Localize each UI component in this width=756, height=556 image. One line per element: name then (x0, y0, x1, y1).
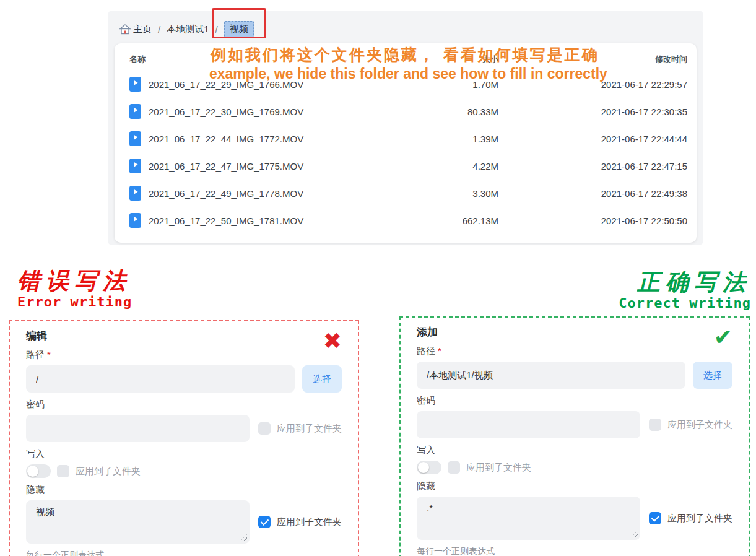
password-apply-checkbox[interactable] (258, 422, 271, 435)
panel-title: 添加 (417, 326, 732, 339)
file-size: 1.39M (387, 134, 498, 144)
video-file-icon (129, 186, 141, 201)
file-mtime: 2021-06-17 22:30:35 (498, 106, 687, 117)
hidden-apply-checkbox[interactable] (649, 512, 661, 524)
hidden-apply-label: 应用到子文件夹 (277, 516, 342, 528)
write-label: 写入 (26, 448, 342, 460)
file-name: 2021_06_17_22_30_IMG_1769.MOV (149, 106, 303, 117)
breadcrumb: 主页 / 本地测试1 / 视频 (119, 21, 254, 38)
video-file-icon (129, 104, 141, 119)
file-size: 662.13M (387, 215, 498, 226)
select-path-button[interactable]: 选择 (302, 365, 342, 393)
file-size: 3.30M (387, 188, 498, 199)
file-mtime: 2021-06-17 22:50:50 (498, 215, 687, 226)
edit-form-panel-error: 编辑 ✖ 路径* 选择 密码 应用到子文件夹 写入 应用到子文件夹 隐藏 视频 (9, 320, 359, 556)
file-mtime: 2021-06-17 22:47:15 (498, 161, 687, 172)
password-input[interactable] (26, 415, 250, 442)
file-size: 80.33M (387, 106, 498, 117)
home-icon (119, 24, 131, 35)
file-size: 4.22M (387, 161, 498, 172)
file-row[interactable]: 2021_06_17_22_49_IMG_1778.MOV 3.30M 2021… (115, 180, 697, 207)
write-apply-label: 应用到子文件夹 (466, 462, 531, 474)
file-mtime: 2021-06-17 22:49:38 (498, 188, 687, 199)
hidden-label: 隐藏 (26, 484, 342, 496)
page: 主页 / 本地测试1 / 视频 名称 大小 修改时间 (0, 0, 756, 556)
password-label: 密码 (26, 398, 342, 410)
file-row[interactable]: 2021_06_17_22_47_IMG_1775.MOV 4.22M 2021… (115, 152, 697, 180)
password-input[interactable] (417, 411, 640, 438)
file-name: 2021_06_17_22_50_IMG_1781.MOV (149, 215, 303, 226)
write-toggle[interactable] (417, 461, 441, 474)
select-path-button[interactable]: 选择 (693, 362, 732, 389)
video-file-icon (129, 77, 141, 92)
error-heading: 错误写法 Error writing (17, 267, 132, 310)
password-apply-label: 应用到子文件夹 (667, 419, 732, 431)
error-heading-zh: 错误写法 (17, 267, 132, 294)
hidden-rules-textarea[interactable]: .* (417, 497, 640, 540)
breadcrumb-item-current[interactable]: 视频 (224, 21, 254, 38)
annotation-text-zh: 例如我们将这个文件夹隐藏， 看看如何填写是正确 (211, 45, 599, 65)
file-table-body: 2021_06_17_22_29_IMG_1766.MOV 1.70M 2021… (115, 71, 697, 234)
correct-heading: 正确写法 Correct writing (619, 269, 751, 311)
path-label: 路径* (417, 345, 732, 357)
correct-heading-en: Correct writing (619, 295, 751, 311)
file-name: 2021_06_17_22_49_IMG_1778.MOV (149, 188, 303, 199)
breadcrumb-item-folder[interactable]: 本地测试1 (167, 24, 209, 35)
hidden-apply-label: 应用到子文件夹 (667, 513, 732, 524)
path-input[interactable] (26, 365, 295, 393)
file-row[interactable]: 2021_06_17_22_44_IMG_1772.MOV 1.39M 2021… (115, 125, 697, 152)
password-label: 密码 (417, 394, 732, 407)
file-row[interactable]: 2021_06_17_22_50_IMG_1781.MOV 662.13M 20… (115, 207, 697, 234)
hidden-rules-textarea[interactable]: 视频 (26, 500, 250, 544)
file-mtime: 2021-06-17 22:44:44 (498, 134, 687, 144)
write-apply-checkbox[interactable] (57, 465, 69, 477)
breadcrumb-home-label: 主页 (133, 24, 152, 35)
add-form-panel-correct: 添加 ✔ 路径* 选择 密码 应用到子文件夹 写入 应用到子文件夹 隐藏 .* (399, 316, 750, 556)
write-label: 写入 (417, 444, 732, 456)
path-label: 路径* (26, 349, 342, 361)
error-heading-en: Error writing (17, 294, 132, 310)
correct-heading-zh: 正确写法 (619, 269, 751, 295)
write-apply-label: 应用到子文件夹 (76, 466, 141, 477)
correct-check-icon: ✔ (714, 326, 732, 349)
hidden-apply-checkbox[interactable] (258, 516, 271, 528)
hidden-label: 隐藏 (417, 480, 732, 492)
breadcrumb-home[interactable]: 主页 (119, 24, 152, 35)
file-browser-panel: 主页 / 本地测试1 / 视频 名称 大小 修改时间 (108, 11, 703, 245)
write-toggle[interactable] (26, 464, 51, 478)
required-asterisk: * (47, 349, 51, 360)
video-file-icon (129, 213, 141, 228)
password-apply-checkbox[interactable] (649, 419, 661, 431)
file-name: 2021_06_17_22_47_IMG_1775.MOV (149, 161, 303, 172)
file-name: 2021_06_17_22_44_IMG_1772.MOV (149, 134, 303, 144)
annotation-text-en: example, we hide this folder and see how… (209, 66, 607, 82)
password-apply-label: 应用到子文件夹 (277, 423, 342, 435)
wrong-x-icon: ✖ (323, 330, 342, 352)
video-file-icon (129, 159, 141, 173)
regex-hint: 每行一个正则表达式 (417, 545, 732, 556)
video-file-icon (129, 131, 141, 146)
file-row[interactable]: 2021_06_17_22_30_IMG_1769.MOV 80.33M 202… (115, 98, 697, 125)
breadcrumb-separator: / (215, 24, 218, 35)
path-input[interactable] (417, 362, 685, 389)
panel-title: 编辑 (26, 329, 342, 343)
breadcrumb-separator: / (158, 24, 160, 35)
regex-hint: 每行一个正则表达式 (26, 549, 342, 556)
required-asterisk: * (438, 345, 441, 356)
write-apply-checkbox[interactable] (448, 461, 460, 474)
